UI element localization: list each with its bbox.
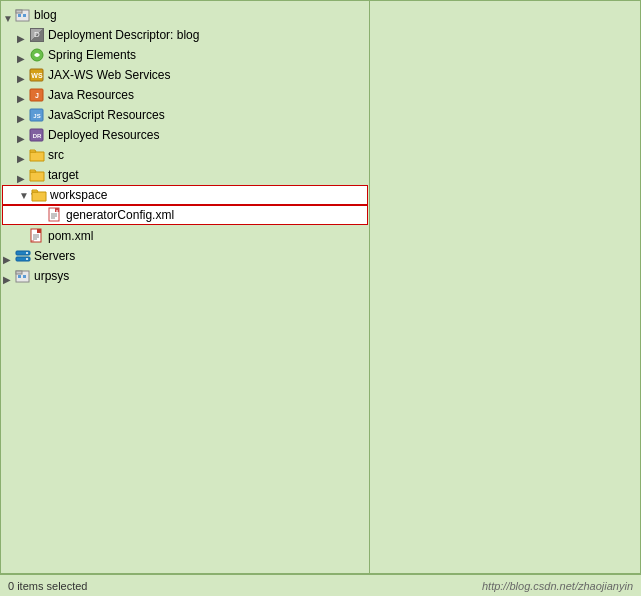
- js-icon: JS: [29, 107, 45, 123]
- label-spring: Spring Elements: [48, 46, 136, 64]
- svg-rect-1: [16, 10, 22, 13]
- tree-item-spring[interactable]: Spring Elements: [1, 45, 369, 65]
- svg-rect-20: [37, 229, 41, 233]
- panel-area: blog D Deployment Descriptor: blog: [0, 0, 641, 574]
- svg-text:DR: DR: [33, 133, 42, 139]
- arrow-deployment: [17, 30, 27, 40]
- spring-icon: [29, 47, 45, 63]
- label-jaxws: JAX-WS Web Services: [48, 66, 170, 84]
- label-blog: blog: [34, 6, 57, 24]
- deployed-icon: DR: [29, 127, 45, 143]
- svg-text:J: J: [35, 92, 39, 99]
- label-workspace: workspace: [50, 188, 107, 202]
- arrow-workspace: ▼: [19, 190, 29, 200]
- arrow-urpsys: [3, 271, 13, 281]
- label-pom: pom.xml: [48, 227, 93, 245]
- svg-rect-2: [18, 14, 21, 17]
- arrow-java: [17, 90, 27, 100]
- label-src: src: [48, 146, 64, 164]
- status-label: 0 items selected: [8, 580, 87, 592]
- svg-rect-3: [23, 14, 26, 17]
- tree-item-urpsys[interactable]: urpsys: [1, 266, 369, 286]
- servers-icon: [15, 248, 31, 264]
- arrow-js: [17, 110, 27, 120]
- left-panel[interactable]: blog D Deployment Descriptor: blog: [0, 0, 370, 574]
- svg-text:WS: WS: [31, 72, 43, 79]
- tree-item-src[interactable]: src: [1, 145, 369, 165]
- deployment-icon: D: [29, 27, 45, 43]
- tree-item-servers[interactable]: Servers: [1, 246, 369, 266]
- tree-item-jaxws[interactable]: WS JAX-WS Web Services: [1, 65, 369, 85]
- arrow-jaxws: [17, 70, 27, 80]
- svg-point-28: [26, 258, 28, 260]
- jaxws-icon: WS: [29, 67, 45, 83]
- svg-point-26: [26, 252, 28, 254]
- pom-icon: m: [29, 228, 45, 244]
- tree-item-java-resources[interactable]: J Java Resources: [1, 85, 369, 105]
- svg-text:JS: JS: [33, 113, 40, 119]
- arrow-deployed: [17, 130, 27, 140]
- tree-item-workspace[interactable]: ▼ workspace: [2, 185, 368, 205]
- project-icon-urpsys: [15, 268, 31, 284]
- java-icon: J: [29, 87, 45, 103]
- label-deployed: Deployed Resources: [48, 126, 159, 144]
- right-panel: [370, 0, 641, 574]
- label-js: JavaScript Resources: [48, 106, 165, 124]
- arrow-target: [17, 170, 27, 180]
- label-servers: Servers: [34, 247, 75, 265]
- tree-item-deployment[interactable]: D Deployment Descriptor: blog: [1, 25, 369, 45]
- tree-item-generatorconfig[interactable]: x generatorConfig.xml: [2, 205, 368, 225]
- tree-item-deployed[interactable]: DR Deployed Resources: [1, 125, 369, 145]
- svg-rect-31: [18, 275, 21, 278]
- tree-item-target[interactable]: target: [1, 165, 369, 185]
- tree-item-blog[interactable]: blog: [1, 5, 369, 25]
- svg-rect-30: [16, 271, 22, 274]
- project-icon-blog: [15, 7, 31, 23]
- arrow-blog: [3, 10, 13, 20]
- folder-icon-src: [29, 147, 45, 163]
- arrow-servers: [3, 251, 13, 261]
- tree-item-pom[interactable]: m pom.xml: [1, 226, 369, 246]
- svg-rect-32: [23, 275, 26, 278]
- label-java: Java Resources: [48, 86, 134, 104]
- folder-icon-target: [29, 167, 45, 183]
- main-container: blog D Deployment Descriptor: blog: [0, 0, 641, 596]
- status-bar: 0 items selected http://blog.csdn.net/zh…: [0, 574, 641, 596]
- label-target: target: [48, 166, 79, 184]
- arrow-spring: [17, 50, 27, 60]
- xml-icon-generator: x: [47, 207, 63, 223]
- label-generatorconfig: generatorConfig.xml: [66, 208, 174, 222]
- label-urpsys: urpsys: [34, 267, 69, 285]
- watermark: http://blog.csdn.net/zhaojianyin: [482, 580, 633, 592]
- folder-icon-workspace: [31, 187, 47, 203]
- tree-item-js-resources[interactable]: JS JavaScript Resources: [1, 105, 369, 125]
- label-deployment: Deployment Descriptor: blog: [48, 26, 199, 44]
- arrow-src: [17, 150, 27, 160]
